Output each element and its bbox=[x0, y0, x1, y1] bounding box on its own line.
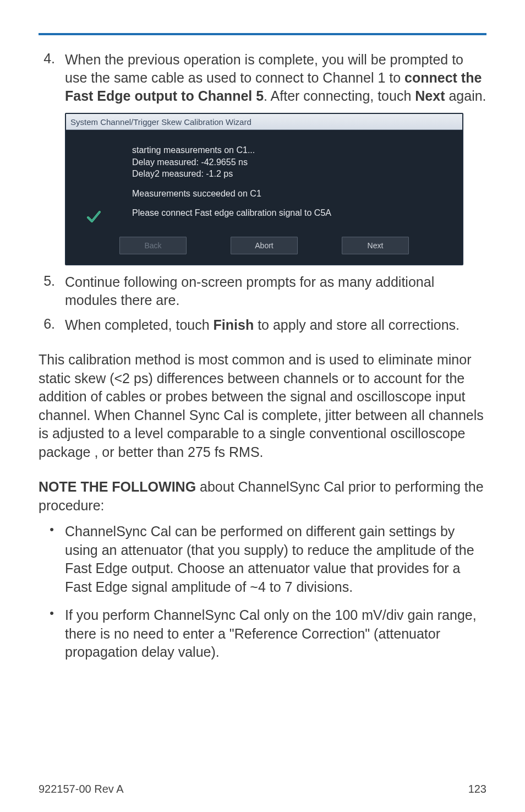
step-body: When the previous operation is complete,… bbox=[65, 51, 486, 105]
step-5: 5. Continue following on-screen prompts … bbox=[39, 273, 486, 309]
text: When completed, touch bbox=[65, 317, 214, 333]
wizard-titlebar: System Channel/Trigger Skew Calibration … bbox=[66, 114, 462, 130]
text: again. bbox=[445, 88, 486, 103]
wizard-text-col: Please connect Fast edge calibration sig… bbox=[110, 207, 451, 219]
wizard-line: Delay measured: -42.9655 ns bbox=[132, 156, 451, 168]
wizard-line: Please connect Fast edge calibration sig… bbox=[132, 207, 451, 219]
step-4: 4. When the previous operation is comple… bbox=[39, 51, 486, 105]
note-paragraph: NOTE THE FOLLOWING about ChannelSync Cal… bbox=[39, 478, 486, 515]
abort-button[interactable]: Abort bbox=[231, 237, 298, 254]
note-label: NOTE THE FOLLOWING bbox=[39, 479, 196, 494]
text: When the previous operation is complete,… bbox=[65, 52, 463, 85]
step-number: 4. bbox=[39, 51, 65, 105]
footer-left: 922157-00 Rev A bbox=[39, 783, 124, 795]
text: to apply and store all corrections. bbox=[254, 317, 460, 333]
wizard-buttons: Back Abort Next bbox=[66, 229, 462, 264]
list-item: • ChannelSync Cal can be performed on di… bbox=[39, 522, 486, 596]
bullet-icon: • bbox=[39, 606, 65, 662]
back-label: Back bbox=[144, 241, 161, 250]
step-body: When completed, touch Finish to apply an… bbox=[65, 316, 486, 334]
finish-word: Finish bbox=[214, 317, 254, 333]
wizard-dialog: System Channel/Trigger Skew Calibration … bbox=[65, 113, 463, 265]
next-word: Next bbox=[415, 88, 445, 103]
check-icon bbox=[77, 207, 110, 225]
page: 4. When the previous operation is comple… bbox=[0, 0, 525, 812]
next-button[interactable]: Next bbox=[342, 237, 409, 254]
list-item: • If you perform ChannelSync Cal only on… bbox=[39, 606, 486, 662]
wizard-body: starting measurements on C1... Delay mea… bbox=[66, 130, 462, 229]
step-number: 5. bbox=[39, 273, 65, 309]
step-number: 6. bbox=[39, 316, 65, 334]
bullet-body: ChannelSync Cal can be performed on diff… bbox=[65, 522, 486, 596]
wizard-text-col: starting measurements on C1... Delay mea… bbox=[110, 144, 451, 199]
bullet-body: If you perform ChannelSync Cal only on t… bbox=[65, 606, 486, 662]
back-button[interactable]: Back bbox=[119, 237, 187, 254]
abort-label: Abort bbox=[255, 241, 273, 250]
wizard-container: System Channel/Trigger Skew Calibration … bbox=[65, 113, 486, 265]
wizard-icon-col bbox=[77, 144, 110, 146]
wizard-line: starting measurements on C1... bbox=[132, 144, 451, 156]
wizard-title: System Channel/Trigger Skew Calibration … bbox=[70, 117, 251, 127]
page-footer: 922157-00 Rev A 123 bbox=[39, 783, 486, 795]
wizard-line: Delay2 measured: -1.2 ps bbox=[132, 168, 451, 180]
step-6: 6. When completed, touch Finish to apply… bbox=[39, 316, 486, 334]
footer-right: 123 bbox=[468, 783, 486, 795]
wizard-line: Measurements succeeded on C1 bbox=[132, 188, 451, 200]
bullet-list: • ChannelSync Cal can be performed on di… bbox=[39, 522, 486, 662]
text: . After connecting, touch bbox=[264, 88, 415, 103]
next-label: Next bbox=[368, 241, 384, 250]
bullet-icon: • bbox=[39, 522, 65, 596]
paragraph: This calibration method is most common a… bbox=[39, 351, 486, 461]
step-body: Continue following on-screen prompts for… bbox=[65, 273, 486, 309]
divider bbox=[39, 33, 486, 35]
